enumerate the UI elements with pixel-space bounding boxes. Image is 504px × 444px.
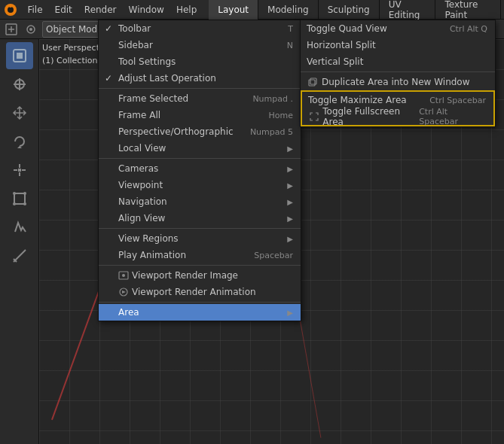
menu-adjust-last-op[interactable]: ✓ Adjust Last Operation [99, 70, 301, 87]
menu-play-animation[interactable]: Play Animation Spacebar [99, 247, 301, 263]
sidebar-select-box[interactable] [6, 42, 33, 69]
svg-point-2 [9, 5, 12, 8]
menu-cameras[interactable]: Cameras ▶ [99, 160, 301, 177]
fullscreen-icon [308, 111, 319, 123]
left-sidebar [0, 39, 39, 444]
sep-5 [99, 302, 301, 303]
sep-1 [99, 88, 301, 89]
svg-point-18 [23, 192, 26, 195]
sidebar-cursor[interactable] [6, 71, 33, 98]
area-sep-1 [301, 71, 495, 72]
xray-toggle[interactable] [23, 21, 39, 38]
svg-point-20 [23, 202, 26, 205]
tab-texture-paint[interactable]: Texture Paint [435, 0, 501, 20]
submenu-toggle-quad[interactable]: Toggle Quad View Ctrl Alt Q [301, 20, 495, 37]
svg-rect-11 [18, 169, 21, 172]
svg-rect-7 [17, 53, 23, 59]
highlighted-area-group: Toggle Maximize Area Ctrl Spacebar Toggl… [301, 90, 495, 126]
sep-2 [99, 158, 301, 159]
svg-point-19 [13, 202, 16, 205]
menu-tool-settings[interactable]: Tool Settings [99, 53, 301, 70]
top-bar: File Edit Render Window Help Layout Mode… [0, 0, 504, 20]
view-menu-dropdown: ✓ Toolbar T Sidebar N Tool Settings ✓ Ad… [98, 20, 301, 321]
duplicate-area-icon [307, 76, 319, 88]
svg-point-24 [122, 274, 125, 277]
sidebar-rotate[interactable] [6, 128, 33, 155]
submenu-toggle-fullscreen[interactable]: Toggle Fullscreen Area Ctrl Alt Spacebar [302, 108, 493, 125]
sidebar-annotate[interactable] [6, 214, 33, 241]
app-logo[interactable] [3, 2, 18, 18]
menu-file[interactable]: File [21, 3, 48, 17]
menu-viewport-render-animation[interactable]: Viewport Render Animation [99, 284, 301, 300]
sidebar-measure[interactable] [6, 242, 33, 269]
menu-align-view[interactable]: Align View ▶ [99, 210, 301, 227]
menu-render[interactable]: Render [78, 3, 123, 17]
menu-view-regions[interactable]: View Regions ▶ [99, 230, 301, 247]
tab-layout[interactable]: Layout [209, 0, 258, 20]
svg-point-1 [8, 7, 14, 13]
submenu-duplicate-area[interactable]: Duplicate Area into New Window [301, 74, 495, 90]
svg-point-17 [13, 192, 16, 195]
svg-rect-16 [14, 193, 25, 204]
menu-frame-selected[interactable]: Frame Selected Numpad . [99, 90, 301, 107]
menu-viewpoint[interactable]: Viewpoint ▶ [99, 177, 301, 193]
menu-navigation[interactable]: Navigation ▶ [99, 193, 301, 210]
menu-toolbar[interactable]: ✓ Toolbar T [99, 20, 301, 37]
menu-sidebar[interactable]: Sidebar N [99, 37, 301, 53]
svg-point-5 [29, 28, 32, 31]
area-submenu: Toggle Quad View Ctrl Alt Q Horizontal S… [300, 20, 496, 127]
tab-sculpting[interactable]: Sculpting [319, 0, 380, 20]
tab-modeling[interactable]: Modeling [258, 0, 319, 20]
menu-local-view[interactable]: Local View ▶ [99, 140, 301, 157]
menu-area[interactable]: Area ▶ [99, 304, 301, 321]
sep-3 [99, 228, 301, 229]
svg-rect-27 [310, 78, 316, 84]
sidebar-scale[interactable] [6, 157, 33, 184]
sep-4 [99, 265, 301, 266]
menu-persp-ortho[interactable]: Perspective/Orthographic Numpad 5 [99, 123, 301, 140]
sidebar-transform[interactable] [6, 185, 33, 212]
top-menus: File Edit Render Window Help [21, 3, 203, 17]
menu-viewport-render-image[interactable]: Viewport Render Image [99, 267, 301, 284]
workspace-tabs: Layout Modeling Sculpting UV Editing Tex… [209, 0, 501, 20]
menu-help[interactable]: Help [170, 3, 203, 17]
menu-window[interactable]: Window [123, 3, 170, 17]
sidebar-move[interactable] [6, 99, 33, 126]
menu-frame-all[interactable]: Frame All Home [99, 107, 301, 123]
submenu-horizontal-split[interactable]: Horizontal Split [301, 37, 495, 53]
menu-edit[interactable]: Edit [49, 3, 78, 17]
editor-type-icon[interactable] [3, 21, 20, 38]
tab-uv-editing[interactable]: UV Editing [380, 0, 436, 20]
submenu-vertical-split[interactable]: Vertical Split [301, 53, 495, 70]
